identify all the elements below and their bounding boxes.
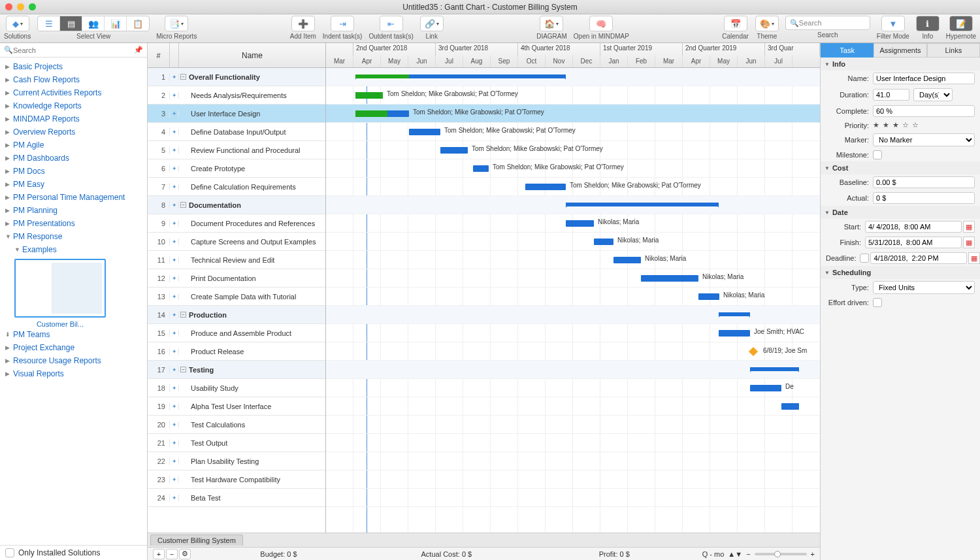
theme-button[interactable]: 🎨▾ <box>756 16 778 31</box>
sidebar-item[interactable]: ▼Examples <box>0 243 147 256</box>
insp-actual-input[interactable] <box>873 192 975 204</box>
gantt-row[interactable]: Nikolas; Maria <box>326 233 820 251</box>
gantt-row[interactable]: De <box>326 379 820 397</box>
gantt-row[interactable]: Nikolas; Maria <box>326 214 820 233</box>
gantt-row[interactable]: Tom Sheldon; Mike Grabowski; Pat O'Torme… <box>326 86 820 105</box>
col-name[interactable]: Name <box>179 43 325 67</box>
gantt-bar[interactable] <box>750 367 799 371</box>
zoom-in[interactable]: + <box>811 550 815 558</box>
task-row[interactable]: 10✦Capture Screens and Output Examples <box>148 233 325 251</box>
sidebar-item[interactable]: ▼PM Response <box>0 230 147 243</box>
sidebar-item[interactable]: ▶Current Activities Reports <box>0 86 147 99</box>
gantt-row[interactable] <box>326 306 820 324</box>
gantt-row[interactable] <box>326 489 820 507</box>
zoom-step-up[interactable]: ▲▼ <box>728 550 742 558</box>
gantt-bar[interactable]: Nikolas; Maria <box>594 239 613 245</box>
calendar-icon[interactable]: ▦ <box>963 221 975 233</box>
view-calendar-button[interactable]: 📋 <box>127 16 149 31</box>
add-item-button[interactable]: ➕ <box>292 16 314 31</box>
gantt-row[interactable] <box>326 68 820 86</box>
gantt-row[interactable]: Tom Sheldon; Mike Grabowski; Pat O'Torme… <box>326 141 820 159</box>
gantt-bar[interactable]: Nikolas; Maria <box>641 275 698 282</box>
task-row[interactable]: 14✦−Production <box>148 306 325 324</box>
task-row[interactable]: 23✦Test Hardware Compatibility <box>148 470 325 489</box>
gantt-bar[interactable]: Nikolas; Maria <box>613 257 641 263</box>
sidebar-item[interactable]: ▶Cash Flow Reports <box>0 73 147 86</box>
sidebar-search-input[interactable] <box>13 46 131 54</box>
outdent-button[interactable]: ⇤ <box>380 16 402 31</box>
sidebar-item[interactable]: ▶PM Agile <box>0 139 147 152</box>
zoom-slider[interactable] <box>755 553 807 555</box>
task-row[interactable]: 12✦Print Documentation <box>148 269 325 288</box>
sidebar-item[interactable]: ▶Project Exchange <box>0 341 147 354</box>
gantt-bar[interactable]: Nikolas; Maria <box>566 220 594 227</box>
task-row[interactable]: 6✦Create Prototype <box>148 159 325 178</box>
micro-reports-button[interactable]: 📑▾ <box>165 16 188 31</box>
view-report-button[interactable]: 📊 <box>105 16 127 31</box>
task-row[interactable]: 8✦−Documentation <box>148 196 325 214</box>
insp-name-input[interactable] <box>873 73 975 84</box>
gantt-bar[interactable] <box>355 74 566 78</box>
mindmap-button[interactable]: 🧠 <box>590 16 612 31</box>
link-button[interactable]: 🔗▾ <box>421 16 443 31</box>
task-row[interactable]: 5✦Review Functional and Procedural <box>148 141 325 159</box>
gantt-row[interactable] <box>326 452 820 470</box>
insp-priority-stars[interactable]: ★ ★ ★ ☆ ☆ <box>873 121 919 129</box>
sidebar-item[interactable]: ▶Visual Reports <box>0 367 147 380</box>
calendar-icon[interactable]: ▦ <box>968 252 980 264</box>
insp-tab-task[interactable]: Task <box>821 43 874 58</box>
insp-finish-input[interactable] <box>865 237 962 248</box>
task-row[interactable]: 22✦Plan Usability Testing <box>148 452 325 470</box>
task-row[interactable]: 7✦Define Calculation Requirements <box>148 178 325 196</box>
insp-complete-input[interactable] <box>873 105 975 117</box>
insp-tab-assignments[interactable]: Assignments <box>874 43 926 58</box>
task-row[interactable]: 24✦Beta Test <box>148 489 325 507</box>
sidebar-item[interactable]: ⬇PM Teams <box>0 328 147 341</box>
task-row[interactable]: 17✦−Testing <box>148 361 325 379</box>
gantt-row[interactable]: Nikolas; Maria <box>326 288 820 306</box>
task-row[interactable]: 16✦Product Release <box>148 342 325 361</box>
sidebar-item[interactable]: ▶PM Presentations <box>0 217 147 230</box>
gantt-row[interactable]: 6/8/19; Joe Sm <box>326 342 820 361</box>
view-gantt-button[interactable]: ▤ <box>60 16 82 31</box>
hypernote-button[interactable]: 📝 <box>950 16 972 31</box>
settings-button[interactable]: ⚙ <box>179 549 191 559</box>
gantt-row[interactable]: Tom Sheldon; Mike Grabowski; Pat O'Torme… <box>326 178 820 196</box>
gantt-row[interactable]: Nikolas; Maria <box>326 251 820 269</box>
zoom-out[interactable]: − <box>746 550 750 558</box>
pin-icon[interactable]: 📌 <box>134 46 143 54</box>
gantt-bar[interactable]: Tom Sheldon; Mike Grabowski; Pat O'Torme… <box>409 129 440 135</box>
sidebar-item[interactable]: ▶PM Planning <box>0 204 147 217</box>
sidebar-item[interactable]: ▶PM Dashboards <box>0 152 147 165</box>
task-row[interactable]: 15✦Produce and Assemble Product <box>148 324 325 342</box>
gantt-bar[interactable] <box>566 203 719 206</box>
sidebar-item[interactable]: ▶PM Personal Time Management <box>0 191 147 204</box>
task-row[interactable]: 18✦Usability Study <box>148 379 325 397</box>
sidebar-item[interactable]: ▶Resource Usage Reports <box>0 354 147 367</box>
view-tree-button[interactable]: ☰ <box>38 16 60 31</box>
view-resources-button[interactable]: 👥 <box>82 16 105 31</box>
gantt-row[interactable]: Nikolas; Maria <box>326 269 820 288</box>
sidebar-item[interactable]: ▶MINDMAP Reports <box>0 112 147 125</box>
indent-button[interactable]: ⇥ <box>331 16 353 31</box>
info-button[interactable]: ℹ <box>917 16 939 31</box>
task-row[interactable]: 20✦Test Calculations <box>148 416 325 434</box>
gantt-row[interactable]: Tom Sheldon; Mike Grabowski; Pat O'Torme… <box>326 159 820 178</box>
task-row[interactable]: 2✦Needs Analysis/Requirements <box>148 86 325 105</box>
gantt-row[interactable] <box>326 434 820 452</box>
solutions-button[interactable]: ◆▾ <box>7 16 29 31</box>
gantt-bar[interactable]: Nikolas; Maria <box>698 293 719 300</box>
gantt-bar[interactable]: Tom Sheldon; Mike Grabowski; Pat O'Torme… <box>473 165 489 172</box>
col-info[interactable] <box>170 43 179 67</box>
only-installed-checkbox[interactable] <box>5 548 14 557</box>
task-row[interactable]: 13✦Create Sample Data with Tutorial <box>148 288 325 306</box>
task-row[interactable]: 4✦Define Database Input/Output <box>148 123 325 141</box>
gantt-bar[interactable] <box>781 403 799 410</box>
task-row[interactable]: 11✦Technical Review and Edit <box>148 251 325 269</box>
calendar-button[interactable]: 📅 <box>725 16 747 31</box>
task-row[interactable]: 3✦User Interface Design <box>148 105 325 123</box>
gantt-row[interactable]: Tom Sheldon; Mike Grabowski; Pat O'Torme… <box>326 105 820 123</box>
insp-marker-select[interactable]: No Marker <box>873 133 975 146</box>
deadline-check[interactable] <box>860 254 869 263</box>
task-row[interactable]: 21✦Test Output <box>148 434 325 452</box>
